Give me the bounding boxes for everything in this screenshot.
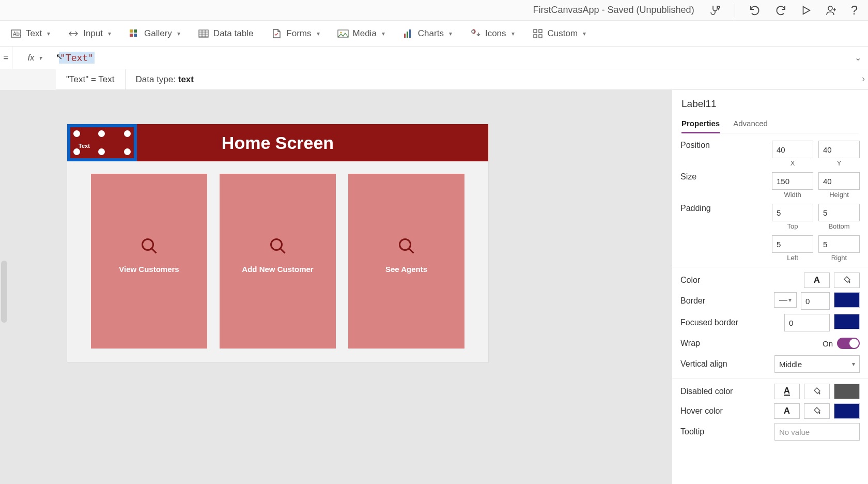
- padding-bottom-input[interactable]: 5: [818, 204, 860, 221]
- prop-position: Position 40X 40Y: [672, 138, 868, 169]
- prop-border: Border —▾ 0: [672, 290, 868, 312]
- position-x-input[interactable]: 40: [772, 141, 813, 158]
- padding-right-input[interactable]: 5: [818, 235, 860, 253]
- text-icon: Abc: [10, 28, 22, 39]
- svg-rect-12: [407, 32, 408, 38]
- svg-text:Abc: Abc: [13, 31, 21, 37]
- svg-rect-16: [539, 29, 542, 33]
- formula-result-bar: "Text" = Text Data type: text ›: [56, 69, 868, 90]
- svg-point-0: [718, 6, 720, 8]
- prop-size: Size 150Width 40Height: [672, 169, 868, 201]
- scrollbar-thumb[interactable]: [1, 261, 7, 323]
- hover-fill-color[interactable]: [804, 403, 830, 419]
- ribbon-custom[interactable]: Custom▾: [532, 28, 586, 39]
- properties-panel: Label11 Properties Advanced Position 40X…: [672, 90, 868, 484]
- help-icon[interactable]: ?: [851, 3, 858, 18]
- svg-point-1: [828, 6, 832, 10]
- chevron-down-icon: ▾: [317, 30, 320, 37]
- search-icon: [269, 237, 287, 255]
- share-icon[interactable]: [825, 4, 838, 17]
- tab-properties[interactable]: Properties: [681, 116, 720, 133]
- resize-handle[interactable]: [124, 148, 131, 155]
- disabled-font-color[interactable]: A: [774, 384, 800, 399]
- chevron-down-icon: ▾: [47, 30, 50, 37]
- formula-expand[interactable]: ⌄: [847, 47, 868, 69]
- svg-rect-7: [134, 34, 137, 37]
- resize-handle[interactable]: [73, 130, 80, 137]
- padding-top-input[interactable]: 5: [772, 204, 813, 221]
- border-color-swatch[interactable]: [834, 292, 860, 308]
- tile-add-customer[interactable]: Add New Customer: [220, 174, 336, 349]
- fx-button[interactable]: fx ▾: [12, 47, 57, 69]
- svg-rect-6: [130, 34, 133, 37]
- svg-rect-4: [130, 29, 133, 33]
- font-color-button[interactable]: A: [804, 273, 830, 288]
- vertical-align-select[interactable]: Middle▾: [774, 355, 860, 373]
- svg-rect-17: [534, 35, 537, 38]
- tooltip-input[interactable]: No value: [774, 423, 860, 441]
- svg-point-20: [271, 239, 282, 250]
- svg-point-21: [399, 239, 410, 250]
- focused-border-width-input[interactable]: 0: [784, 314, 830, 331]
- canvas-area[interactable]: Home Screen Text View Customers: [0, 90, 672, 484]
- title-bar: FirstCanvasApp - Saved (Unpublished) ?: [0, 0, 868, 21]
- app-header: Home Screen Text: [67, 124, 488, 161]
- ribbon-icons[interactable]: Icons▾: [470, 28, 515, 39]
- resize-handle[interactable]: [124, 130, 131, 137]
- svg-rect-18: [539, 35, 542, 38]
- fill-color-button[interactable]: [834, 273, 860, 288]
- svg-point-14: [472, 30, 475, 33]
- svg-rect-13: [409, 29, 411, 38]
- border-width-input[interactable]: 0: [801, 292, 830, 310]
- focused-border-color-swatch[interactable]: [834, 314, 860, 329]
- chevron-down-icon: ⌄: [855, 53, 861, 63]
- prop-tooltip: Tooltip No value: [672, 421, 868, 443]
- divider: [672, 267, 868, 267]
- tile-view-customers[interactable]: View Customers: [91, 174, 207, 349]
- border-style-select[interactable]: —▾: [774, 292, 797, 308]
- chevron-down-icon: ▾: [852, 360, 855, 368]
- prop-disabled-color: Disabled color A: [672, 382, 868, 401]
- ribbon-gallery[interactable]: Gallery▾: [129, 28, 180, 39]
- svg-rect-5: [134, 29, 137, 33]
- tab-advanced[interactable]: Advanced: [733, 116, 768, 133]
- disabled-fill-color[interactable]: [804, 384, 830, 399]
- prop-tabs: Properties Advanced: [681, 116, 859, 133]
- size-width-input[interactable]: 150: [772, 172, 813, 190]
- selected-control-label11[interactable]: Text: [67, 124, 137, 161]
- chevron-right-icon[interactable]: ›: [862, 73, 865, 84]
- hover-border-color[interactable]: [834, 403, 860, 419]
- formula-input[interactable]: ↖ "Text": [57, 47, 847, 69]
- position-y-input[interactable]: 40: [818, 141, 860, 158]
- size-height-input[interactable]: 40: [818, 172, 860, 190]
- ribbon-charts[interactable]: Charts▾: [402, 28, 452, 39]
- hover-font-color[interactable]: A: [774, 403, 800, 419]
- formula-datatype: Data type: text: [126, 74, 204, 85]
- ribbon-input[interactable]: Input▾: [68, 28, 111, 39]
- resize-handle[interactable]: [73, 148, 80, 155]
- ribbon-media[interactable]: Media▾: [337, 28, 385, 39]
- health-icon[interactable]: [709, 4, 721, 17]
- play-icon[interactable]: [800, 5, 812, 16]
- chevron-down-icon: ▾: [512, 30, 515, 37]
- undo-icon[interactable]: [749, 4, 761, 17]
- prop-wrap: Wrap On: [672, 334, 868, 353]
- ribbon-forms[interactable]: Forms▾: [271, 28, 319, 39]
- resize-handle[interactable]: [98, 148, 105, 155]
- selected-control-name: Label11: [681, 98, 859, 110]
- wrap-toggle[interactable]: [837, 338, 860, 349]
- tile-see-agents[interactable]: See Agents: [348, 174, 464, 349]
- svg-point-19: [142, 239, 153, 250]
- tile-label: See Agents: [385, 265, 427, 274]
- app-canvas[interactable]: Home Screen Text View Customers: [67, 124, 488, 362]
- resize-handle[interactable]: [98, 130, 105, 137]
- formula-equals: =: [0, 47, 12, 69]
- ribbon-datatable[interactable]: Data table: [198, 28, 254, 39]
- disabled-border-color[interactable]: [834, 384, 860, 399]
- ribbon-text[interactable]: Abc Text▾: [10, 28, 50, 39]
- media-icon: [337, 28, 349, 39]
- redo-icon[interactable]: [774, 4, 787, 17]
- padding-left-input[interactable]: 5: [772, 235, 813, 253]
- input-icon: [68, 28, 79, 39]
- prop-vertical-align: Vertical align Middle▾: [672, 353, 868, 375]
